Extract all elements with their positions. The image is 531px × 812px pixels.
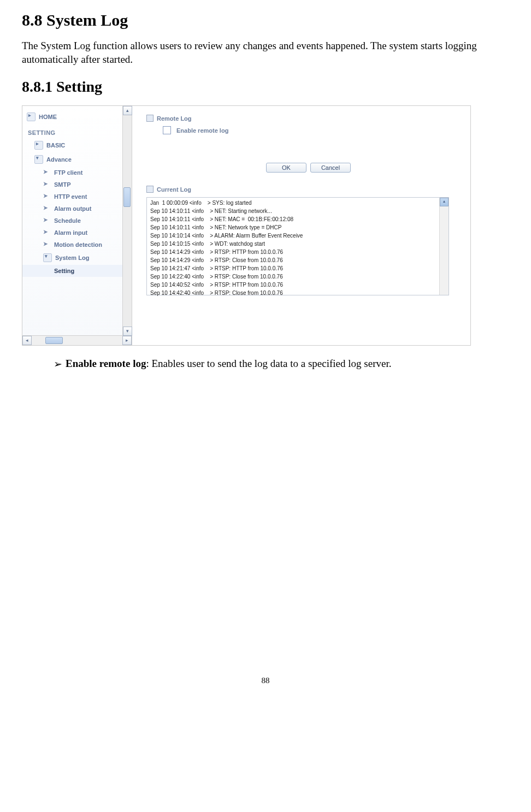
button-row: OK Cancel: [146, 163, 470, 173]
section-icon: [146, 186, 154, 193]
sidebar-alarm-in[interactable]: Alarm input: [22, 227, 132, 239]
log-line: Sep 10 14:14:29 <info > RTSP: Close from…: [150, 256, 445, 264]
arrow-icon: [43, 229, 51, 236]
ok-button[interactable]: OK: [266, 163, 306, 173]
screenshot-container: HOME SETTING BASIC Advance FTP client SM…: [22, 105, 471, 346]
sidebar: HOME SETTING BASIC Advance FTP client SM…: [22, 106, 132, 345]
bullet-enable-remote: ➢ Enable remote log: Enables user to sen…: [54, 358, 509, 370]
arrow-icon: [43, 205, 51, 212]
sidebar-syslog-setting-label: Setting: [54, 268, 74, 274]
section-remote-log-label: Remote Log: [157, 115, 192, 122]
scroll-up-icon[interactable]: ▴: [440, 198, 449, 206]
scrollbar-thumb[interactable]: [123, 187, 131, 207]
enable-remote-checkbox[interactable]: [163, 126, 171, 134]
sidebar-basic-label: BASIC: [46, 142, 65, 149]
log-textarea[interactable]: Jan 1 00:00:09 <info > SYS: log started …: [146, 197, 449, 295]
log-line: Sep 10 14:10:11 <info > NET: Network typ…: [150, 223, 445, 232]
sidebar-motion-label: Motion detection: [54, 241, 102, 248]
scroll-right-icon[interactable]: ▸: [122, 336, 132, 345]
sidebar-advance-label: Advance: [46, 156, 72, 163]
page-number: 88: [22, 676, 509, 685]
section-current-log-label: Current Log: [157, 186, 191, 193]
sidebar-http-label: HTTP event: [54, 193, 87, 200]
sidebar-advance[interactable]: Advance: [22, 152, 132, 167]
enable-remote-label: Enable remote log: [176, 127, 228, 134]
arrow-icon: [43, 181, 51, 188]
log-line: Sep 10 14:14:29 <info > RTSP: HTTP from …: [150, 248, 445, 256]
main-panel: Remote Log Enable remote log OK Cancel C…: [132, 106, 470, 345]
arrow-icon: [43, 193, 51, 200]
log-line: Sep 10 14:40:52 <info > RTSP: HTTP from …: [150, 281, 445, 289]
sidebar-ftp[interactable]: FTP client: [22, 167, 132, 179]
expand-icon: [34, 155, 43, 164]
section-remote-log: Remote Log: [146, 115, 470, 122]
scroll-left-icon[interactable]: ◂: [22, 336, 32, 345]
sidebar-schedule-label: Schedule: [54, 217, 81, 224]
sidebar-syslog[interactable]: System Log: [22, 251, 132, 265]
sidebar-motion[interactable]: Motion detection: [22, 239, 132, 251]
sidebar-ftp-label: FTP client: [54, 169, 82, 176]
sidebar-syslog-label: System Log: [55, 254, 89, 261]
section-icon: [146, 115, 154, 122]
sidebar-alarm-out[interactable]: Alarm output: [22, 203, 132, 215]
sidebar-section-setting: SETTING: [22, 125, 132, 138]
sidebar-smtp-label: SMTP: [54, 181, 71, 188]
log-line: Sep 10 14:10:11 <info > NET: MAC = 00:1B…: [150, 215, 445, 223]
sidebar-alarm-in-label: Alarm input: [54, 229, 87, 236]
sidebar-horizontal-scrollbar[interactable]: ◂ ▸: [22, 335, 132, 345]
log-line: Jan 1 00:00:09 <info > SYS: log started: [150, 199, 445, 207]
log-line: Sep 10 14:10:14 <info > ALARM: Alarm Buf…: [150, 232, 445, 240]
scrollbar-thumb[interactable]: [45, 337, 63, 344]
heading-setting: 8.8.1 Setting: [22, 78, 509, 96]
collapse-icon: [34, 141, 43, 150]
sidebar-schedule[interactable]: Schedule: [22, 215, 132, 227]
home-icon: [27, 112, 36, 121]
arrow-icon: [43, 217, 51, 224]
enable-remote-row: Enable remote log: [146, 126, 470, 134]
log-line: Sep 10 14:21:47 <info > RTSP: HTTP from …: [150, 264, 445, 272]
sidebar-home-label: HOME: [39, 114, 57, 120]
arrow-icon: [43, 241, 51, 248]
log-line: Sep 10 14:10:15 <info > WDT: watchdog st…: [150, 240, 445, 248]
paragraph-intro: The System Log function allows users to …: [22, 39, 509, 66]
sidebar-vertical-scrollbar[interactable]: ▴ ▾: [122, 106, 132, 336]
scroll-down-icon[interactable]: ▾: [123, 327, 132, 336]
cancel-button[interactable]: Cancel: [310, 163, 351, 173]
bullet-text: Enable remote log: Enables user to send …: [66, 358, 391, 370]
log-line: Sep 10 14:42:40 <info > RTSP: Close from…: [150, 289, 445, 297]
sidebar-home[interactable]: HOME: [22, 109, 132, 125]
bullet-icon: ➢: [54, 358, 62, 370]
sidebar-syslog-setting[interactable]: Setting: [22, 265, 132, 277]
log-line: Sep 10 14:10:11 <info > NET: Starting ne…: [150, 207, 445, 215]
log-line: Sep 10 14:22:40 <info > RTSP: Close from…: [150, 272, 445, 281]
sidebar-basic[interactable]: BASIC: [22, 138, 132, 152]
arrow-icon: [43, 169, 51, 176]
sidebar-smtp[interactable]: SMTP: [22, 179, 132, 191]
log-scrollbar[interactable]: ▴: [439, 198, 449, 295]
sidebar-http[interactable]: HTTP event: [22, 191, 132, 203]
expand-icon: [43, 253, 52, 262]
section-current-log: Current Log: [146, 186, 470, 193]
sidebar-alarm-out-label: Alarm output: [54, 205, 91, 212]
heading-system-log: 8.8 System Log: [22, 11, 509, 29]
scroll-up-icon[interactable]: ▴: [123, 106, 132, 115]
